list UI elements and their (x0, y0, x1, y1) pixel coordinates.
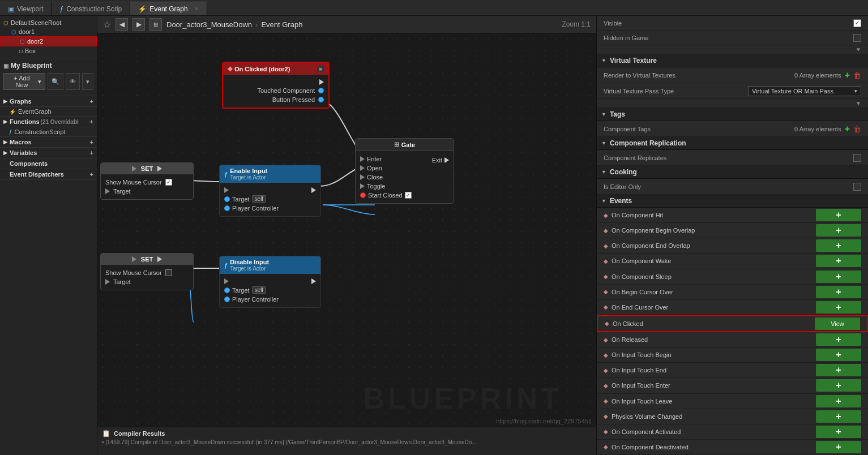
bp-canvas[interactable]: ◆ On Clicked (door2) ■ Touched Component… (97, 33, 596, 427)
och-add-btn[interactable]: + (816, 209, 861, 221)
compiler-bar: 📋 Compiler Results • [1459.79] Compile o… (97, 427, 596, 455)
set1-body: Show Mouse Cursor ✓ Target (101, 174, 193, 199)
functions-header[interactable]: ▶ Functions (21 Overridabl + (0, 116, 97, 127)
set1-target-label: Target (113, 188, 131, 195)
visible-checkbox[interactable]: ✓ (853, 19, 861, 27)
button-pressed-pin[interactable] (318, 97, 324, 102)
set1-target-pin[interactable] (105, 188, 110, 194)
construction-script-item[interactable]: ƒ ConstructionScript (0, 127, 97, 136)
set2-node[interactable]: SET Show Mouse Cursor Target (100, 253, 194, 290)
star-button[interactable]: ☆ (103, 19, 111, 30)
add-new-button[interactable]: + Add New ▾ (3, 73, 45, 90)
obo-add-btn[interactable]: + (816, 224, 861, 237)
ocs-add-btn[interactable]: + (816, 271, 861, 283)
rvt-label: Render to Virtual Textures (604, 72, 794, 79)
crepl-label: Component Replicates (604, 154, 853, 161)
cooking-section-header[interactable]: ▼ Cooking (597, 166, 868, 179)
enable-input-subtitle: Target is Actor (230, 174, 267, 181)
variables-header[interactable]: ▶ Variables + (0, 148, 97, 158)
ocw-add-btn[interactable]: + (816, 255, 861, 267)
eye-button[interactable]: 👁 (66, 73, 80, 90)
oeo-add-btn[interactable]: + (816, 239, 861, 252)
rvt-del-btn[interactable]: 🗑 (853, 71, 861, 80)
right-panel: Visible ✓ Hidden in Game ▼ ▼ Virtual Tex… (596, 16, 868, 455)
eventgraph-item[interactable]: ⚡ EventGraph (0, 107, 97, 116)
tree-item-root[interactable]: ⬡ DefaultSceneRoot (0, 18, 97, 27)
gate-startclosed-checkbox[interactable]: ✓ (405, 192, 412, 199)
set2-target-pin[interactable] (105, 279, 110, 285)
nav-back-button[interactable]: ◀ (116, 18, 128, 31)
oiten-add-btn[interactable]: + (816, 379, 861, 392)
gate-outputs: Exit (432, 154, 449, 200)
oiten-icon: ◆ (604, 383, 608, 389)
disable-exec-in (224, 278, 229, 284)
door2-label: door2 (27, 38, 43, 45)
hidden-checkbox[interactable] (853, 34, 861, 42)
crepl-checkbox[interactable] (853, 154, 861, 162)
graphs-add[interactable]: + (90, 98, 93, 105)
oc-view-btn[interactable]: View (815, 317, 860, 330)
set2-checkbox[interactable] (165, 269, 172, 276)
enable-player-pin[interactable] (224, 205, 230, 211)
pvc-add-btn[interactable]: + (816, 410, 861, 423)
obco-add-btn[interactable]: + (816, 286, 861, 298)
oitl-add-btn[interactable]: + (816, 395, 861, 407)
ocd-add-btn[interactable]: + (816, 441, 861, 453)
set1-checkbox[interactable]: ✓ (165, 179, 172, 186)
ct-add-btn[interactable]: + (845, 124, 850, 134)
settings-button[interactable]: ▾ (82, 73, 93, 90)
functions-arrow: ▶ (3, 119, 7, 125)
events-section-header[interactable]: ▼ Events (597, 195, 868, 208)
enable-input-node[interactable]: ƒ Enable Input Target is Actor Target se (219, 165, 321, 217)
macros-add[interactable]: + (90, 139, 93, 145)
ct-del-btn[interactable]: 🗑 (853, 125, 861, 134)
eo-checkbox[interactable] (853, 183, 861, 191)
oeco-add-btn[interactable]: + (816, 301, 861, 314)
gate-enter-pin (360, 156, 365, 162)
oca2-add-btn[interactable]: + (816, 426, 861, 438)
components-header[interactable]: ▶ Components (0, 158, 97, 169)
event-dispatchers-header[interactable]: ▶ Event Dispatchers + (0, 169, 97, 180)
touched-component-pin[interactable] (318, 88, 324, 93)
gate-startclosed-pin[interactable] (360, 192, 366, 198)
disable-player-pin[interactable] (224, 297, 230, 302)
vt-dropdown-arrow2: ▼ (597, 99, 868, 108)
on-clicked-close-icon[interactable]: ■ (317, 66, 324, 72)
tab-eventgraph[interactable]: ⚡ Event Graph ✕ (130, 2, 207, 15)
graphs-header[interactable]: ▶ Graphs + (0, 96, 97, 107)
functions-add[interactable]: + (90, 118, 93, 125)
macros-header[interactable]: ▶ Macros + (0, 136, 97, 148)
enable-target-pin[interactable] (224, 196, 230, 202)
tree-item-door2[interactable]: ⬡ door2 (0, 36, 97, 46)
tags-section-header[interactable]: ▼ Tags (597, 108, 868, 121)
disable-exec-out (311, 278, 316, 284)
vtpt-dropdown[interactable]: Virtual Texture OR Main Pass ▾ (748, 86, 861, 96)
set1-node[interactable]: SET Show Mouse Cursor ✓ Target (100, 162, 194, 200)
hidden-in-game-label: Hidden in Game (604, 35, 853, 41)
on-clicked-node[interactable]: ◆ On Clicked (door2) ■ Touched Component… (222, 62, 330, 109)
tab-viewport[interactable]: ▣ Viewport (0, 2, 52, 15)
event-dispatchers-add[interactable]: + (90, 171, 93, 178)
breadcrumb-root[interactable]: Door_actor3_MouseDown (166, 20, 252, 29)
gate-toggle-row: Toggle (360, 182, 427, 191)
tree-item-box[interactable]: □ Box (0, 46, 97, 55)
or-add-btn[interactable]: + (816, 333, 861, 346)
gate-node[interactable]: ⊞ Gate Enter Open (355, 138, 454, 204)
disable-target-pin[interactable] (224, 287, 230, 293)
oitb-add-btn[interactable]: + (816, 349, 861, 361)
virtual-texture-section-header[interactable]: ▼ Virtual Texture (597, 54, 868, 67)
search-button[interactable]: 🔍 (48, 73, 63, 90)
or-icon: ◆ (604, 337, 608, 343)
eventgraph-close[interactable]: ✕ (194, 6, 199, 12)
comp-rep-section-header[interactable]: ▼ Component Replication (597, 137, 868, 150)
gate-title: Gate (401, 141, 415, 148)
tab-construction[interactable]: ƒ Construction Scrip (52, 2, 130, 15)
rvt-add-btn[interactable]: + (845, 70, 850, 80)
oitl-label: On Input Touch Leave (612, 398, 816, 405)
variables-add[interactable]: + (90, 149, 93, 156)
disable-input-node[interactable]: ƒ Disable Input Target is Actor Target s (219, 256, 321, 308)
nav-forward-button[interactable]: ▶ (132, 18, 145, 31)
oite-add-btn[interactable]: + (816, 364, 861, 376)
tree-item-door1[interactable]: ⬡ door1 (0, 27, 97, 36)
hidden-in-game-row: Hidden in Game (597, 31, 868, 45)
